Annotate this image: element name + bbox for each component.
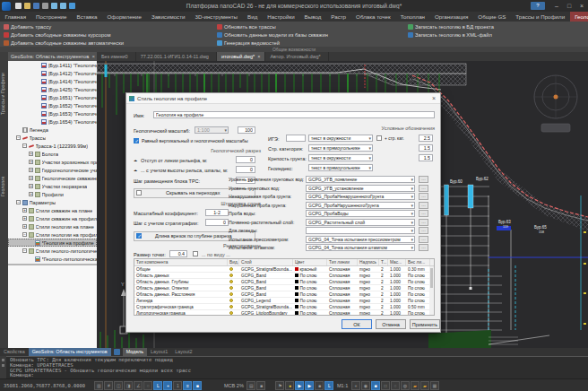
new-file-icon[interactable]	[15, 3, 22, 9]
visibility-bulb-icon[interactable]	[229, 267, 233, 271]
tree-expander-icon[interactable]	[35, 71, 39, 75]
status-compass-icon[interactable]: ○	[391, 381, 400, 390]
visibility-bulb-icon[interactable]	[229, 286, 233, 290]
save-icon[interactable]	[33, 3, 39, 9]
document-tab[interactable]: 77.22.001.1-ИГИ1.0.14-11.dwg	[136, 52, 217, 61]
properties-tab[interactable]: Свойства	[0, 348, 29, 356]
minimize-button[interactable]: –	[550, 1, 563, 11]
document-tab[interactable]: Без имени0	[97, 52, 136, 61]
status-flag-icon[interactable]: ⚑	[275, 381, 284, 390]
table-row[interactable]: Литологическая граница GCPG_LitologBound…	[134, 310, 434, 316]
name-input[interactable]	[153, 111, 435, 118]
tree-expander-icon[interactable]: −	[16, 135, 21, 140]
tree-item[interactable]: (Бур.1412) "Геологическая скважи	[8, 69, 97, 77]
document-tab[interactable]: итоговый.dwg*×	[217, 52, 265, 61]
table-row[interactable]: Легенда GCPG_Legend По слою Сплошная mge…	[134, 298, 434, 304]
tree-expander-icon[interactable]: −	[22, 248, 27, 253]
point-size-input[interactable]	[169, 250, 187, 257]
depth-checkbox[interactable]	[136, 233, 142, 239]
tree-item[interactable]: + Стили скважин на плане	[8, 206, 97, 214]
mcs-indicator[interactable]: МСВ 2%	[224, 383, 244, 388]
ribbon-button[interactable]: Добавить свободные скважины курсором	[4, 30, 124, 39]
status-layers-icon[interactable]: ▤	[246, 381, 255, 390]
ige-input[interactable]	[286, 135, 306, 142]
dialog-title-bar[interactable]: Стиль геологии на профиле ×	[126, 93, 440, 104]
tree-item[interactable]: + Участки георазреза	[8, 182, 97, 190]
status-snap-icon[interactable]: ◫	[114, 381, 123, 390]
status-view-blue-icon[interactable]: ■	[371, 381, 380, 390]
tree-item[interactable]: *Геология на профиле	[8, 239, 97, 247]
tree-item[interactable]: + Болота	[8, 150, 97, 158]
coef-input[interactable]	[205, 209, 229, 216]
status-ucs-icon[interactable]: L	[324, 381, 333, 390]
status-monitor-icon[interactable]: ■	[256, 381, 265, 390]
visibility-bulb-icon[interactable]	[229, 292, 233, 296]
tree-expander-icon[interactable]: +	[29, 168, 33, 172]
ribbon-button[interactable]: Записать геологию в БД проекта	[408, 22, 494, 30]
col-weight[interactable]: Вес ли...	[406, 259, 430, 265]
marker-combo[interactable]	[306, 227, 415, 234]
layout1-tab[interactable]: Layout1	[147, 348, 171, 356]
status-zoom-icon[interactable]: ◉	[361, 381, 370, 390]
tab-close-icon[interactable]: ×	[257, 54, 260, 59]
rail-offset-input[interactable]	[236, 166, 255, 173]
geo-scale-num-input[interactable]	[238, 126, 255, 134]
strat-step-input[interactable]	[205, 219, 229, 226]
col-color[interactable]: Цвет	[293, 259, 327, 265]
tree-expander-icon[interactable]	[35, 87, 39, 91]
ribbon-button[interactable]: Добавить свободные скважины автоматическ…	[4, 39, 124, 47]
marker-combo[interactable]: GCPG_УГВ_появление	[306, 176, 415, 183]
status-otrack-icon[interactable]: +	[163, 381, 172, 390]
close-button[interactable]: ×	[575, 1, 588, 11]
table-row[interactable]: Область данных. Глубины GCPG_Band По сло…	[134, 279, 434, 285]
tree-expander-icon[interactable]	[35, 103, 39, 108]
strength-size-input[interactable]	[419, 154, 433, 161]
by-view-checkbox[interactable]	[193, 251, 198, 256]
toolbox-header[interactable]: GeoSolns: Область инструментов ⌄ ×	[8, 52, 97, 61]
print-icon[interactable]	[42, 3, 48, 9]
status-folder-orange-icon[interactable]: ▰	[420, 381, 429, 390]
tree-expander-icon[interactable]	[35, 95, 39, 100]
tree-item[interactable]: − Параметры	[8, 198, 97, 206]
marker-browse-button[interactable]: …	[419, 202, 428, 209]
tree-expander-icon[interactable]: +	[22, 208, 27, 213]
ribbon-tab[interactable]: Вставка	[72, 12, 102, 22]
tree-expander-icon[interactable]	[35, 63, 39, 67]
ribbon-tab[interactable]: Вид	[243, 12, 263, 22]
tree-expander-icon[interactable]: +	[22, 224, 27, 229]
tree-expander-icon[interactable]: −	[22, 143, 27, 148]
ribbon-tab[interactable]: Оформление	[102, 12, 146, 22]
ribbon-tab[interactable]: Топоплан	[395, 12, 429, 22]
status-pan-hand-icon[interactable]: +	[351, 381, 360, 390]
table-scrollbar[interactable]	[429, 266, 434, 315]
marker-browse-button[interactable]: …	[419, 227, 428, 234]
marker-browse-button[interactable]: …	[419, 210, 428, 217]
ribbon-tab[interactable]: Геология	[570, 12, 588, 22]
marker-browse-button[interactable]: …	[419, 185, 428, 192]
col-linetype[interactable]: Тип линии	[327, 259, 358, 265]
status-add-cursor-icon[interactable]: ▶	[305, 381, 314, 390]
ribbon-tab[interactable]: Главная	[0, 12, 31, 22]
marker-combo[interactable]: GCPG_ПробаВоды	[306, 210, 415, 217]
visibility-bulb-icon[interactable]	[229, 280, 233, 283]
layout2-tab[interactable]: Layout2	[171, 348, 195, 356]
status-bulb-icon[interactable]: ●	[285, 381, 294, 390]
ribbon-button[interactable]: Генерация ведомостей	[217, 39, 328, 47]
document-tab[interactable]: Автор. Итоговый.dwg*	[265, 52, 328, 61]
ribbon-button[interactable]: Обновить все трассы	[217, 22, 328, 30]
col-visibility[interactable]: Вид...	[228, 259, 239, 265]
status-select-cursor-icon[interactable]: ▶	[295, 381, 304, 390]
status-globe-icon[interactable]: ◍	[401, 381, 410, 390]
tree-expander-icon[interactable]: −	[22, 232, 27, 237]
tree-item[interactable]: (Бур.1652) "Геологическая скважи	[8, 101, 97, 109]
ribbon-tab[interactable]: Вывод	[299, 12, 326, 22]
marker-combo[interactable]: GCPG_УГВ_установление	[306, 185, 415, 192]
tree-item[interactable]: *Геолого-литологическая коло	[8, 255, 97, 263]
save-layout-icon[interactable]	[114, 349, 120, 355]
col-t[interactable]: Т...	[379, 259, 388, 265]
tree-expander-icon[interactable]	[29, 256, 33, 261]
col-component[interactable]: Тип компонента	[134, 259, 228, 265]
marker-combo[interactable]: GCPG_04_Точка испытания штампом	[306, 244, 415, 251]
help-button[interactable]: ?	[531, 2, 545, 10]
tree-expander-icon[interactable]: +	[29, 160, 33, 164]
